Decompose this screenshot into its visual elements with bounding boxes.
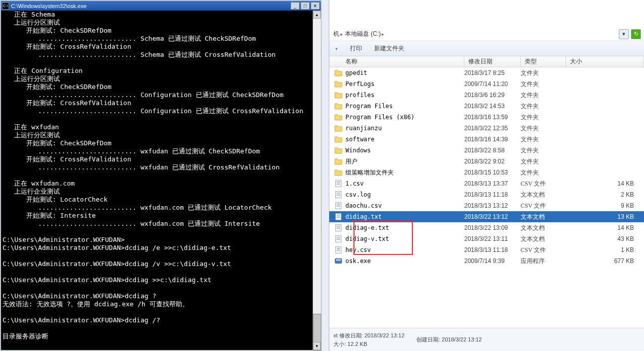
folder-icon	[334, 69, 342, 77]
file-row[interactable]: Program Files2018/3/2 14:53文件夹	[329, 101, 644, 112]
file-row[interactable]: 用户2018/3/22 9:02文件夹	[329, 156, 644, 167]
minimize-button[interactable]: _	[291, 2, 300, 10]
file-name: Program Files	[345, 103, 464, 110]
folder-icon	[334, 135, 342, 143]
status-modified: xt 修改日期: 2018/3/22 13:12	[333, 332, 404, 339]
scroll-up-button[interactable]: ▴	[313, 11, 321, 19]
file-type: 文件夹	[521, 69, 566, 77]
maximize-button[interactable]: □	[301, 2, 310, 10]
file-name: Windows	[345, 147, 464, 154]
folder-icon	[334, 146, 342, 154]
dropdown-icon[interactable]: ▾	[335, 46, 338, 51]
file-row[interactable]: csv.log2018/3/13 11:18文本文档2 KB	[329, 189, 644, 200]
file-type: 应用程序	[521, 257, 566, 266]
file-row[interactable]: gpedit2018/3/17 8:25文件夹	[329, 67, 644, 78]
file-row[interactable]: 组策略增加文件夹2018/3/15 10:53文件夹	[329, 167, 644, 178]
file-name: 组策略增加文件夹	[345, 168, 464, 177]
file-row[interactable]: software2018/3/16 14:39文件夹	[329, 134, 644, 145]
file-type: 文件夹	[521, 157, 566, 166]
file-row[interactable]: PerfLogs2009/7/14 11:20文件夹	[329, 78, 644, 90]
txt-icon	[334, 224, 342, 232]
file-date: 2009/7/14 9:39	[464, 257, 521, 265]
file-size: 1 KB	[566, 246, 644, 253]
file-date: 2018/3/22 13:12	[464, 213, 521, 220]
svg-rect-16	[336, 225, 341, 231]
folder-icon	[334, 113, 342, 121]
file-date: 2018/3/16 14:39	[464, 136, 521, 143]
file-date: 2018/3/22 9:02	[464, 158, 521, 165]
file-type: 文件夹	[521, 124, 566, 133]
breadcrumb-segment[interactable]: 本地磁盘 (C:)▸	[345, 30, 384, 38]
svg-rect-0	[336, 181, 341, 187]
file-row[interactable]: daochu.csv2018/3/13 13:12CSV 文件9 KB	[329, 200, 644, 211]
refresh-button[interactable]: ↻	[631, 29, 641, 39]
file-name: 1.csv	[345, 180, 464, 187]
file-date: 2018/3/22 12:35	[464, 125, 521, 132]
file-name: PerfLogs	[345, 80, 464, 87]
file-size: 43 KB	[566, 235, 644, 242]
file-name: profiles	[345, 92, 464, 99]
svg-rect-24	[336, 247, 341, 253]
file-row[interactable]: didiag.txt2018/3/22 13:12文本文档13 KB	[329, 211, 644, 222]
folder-icon	[334, 168, 342, 177]
column-headers[interactable]: 名称 修改日期 类型 大小	[329, 56, 644, 67]
new-folder-button[interactable]: 新建文件夹	[374, 44, 404, 53]
explorer-window: 机▸ 本地磁盘 (C:)▸ ▾ ↻ ▾ 打印 新建文件夹 名称 修改日期 类型 …	[329, 0, 644, 351]
file-row[interactable]: profiles2018/3/6 16:29文件夹	[329, 90, 644, 101]
file-date: 2018/3/13 11:18	[464, 191, 521, 198]
file-type: 文件夹	[521, 135, 566, 144]
column-name[interactable]: 名称	[329, 56, 464, 67]
txt-icon	[334, 246, 342, 254]
cmd-output[interactable]: 正在 Schema 上运行分区测试 开始测试: CheckSDRefDom ..…	[1, 11, 321, 350]
file-type: 文本文档	[521, 191, 566, 199]
file-size: 677 KB	[566, 257, 644, 265]
file-list[interactable]: gpedit2018/3/17 8:25文件夹PerfLogs2009/7/14…	[329, 67, 644, 286]
file-name: Program Files (x86)	[345, 114, 464, 121]
file-name: hey.csv	[345, 246, 464, 253]
print-button[interactable]: 打印	[350, 44, 362, 53]
column-size[interactable]: 大小	[566, 56, 644, 67]
file-size: 9 KB	[566, 202, 644, 209]
file-name: csv.log	[345, 191, 464, 198]
explorer-toolbar: ▾ 打印 新建文件夹	[329, 41, 644, 56]
column-date[interactable]: 修改日期	[464, 56, 521, 67]
file-type: 文本文档	[521, 235, 566, 243]
file-type: 文件夹	[521, 146, 566, 155]
file-type: 文件夹	[521, 80, 566, 89]
folder-icon	[334, 157, 342, 165]
close-button[interactable]: ✕	[311, 2, 320, 10]
svg-rect-28	[335, 259, 342, 264]
file-row[interactable]: hey.csv2018/3/13 11:18CSV 文件1 KB	[329, 244, 644, 255]
file-name: osk.exe	[345, 257, 464, 265]
file-row[interactable]: osk.exe2009/7/14 9:39应用程序677 KB	[329, 255, 644, 267]
file-name: didiag-e.txt	[345, 224, 464, 231]
file-row[interactable]: Windows2018/3/22 8:58文件夹	[329, 145, 644, 156]
file-date: 2018/3/22 13:09	[464, 224, 521, 231]
svg-rect-12	[336, 214, 341, 220]
breadcrumb-segment[interactable]: 机▸	[333, 30, 343, 38]
status-size: 大小: 12.2 KB	[333, 340, 404, 348]
file-row[interactable]: didiag-e.txt2018/3/22 13:09文本文档14 KB	[329, 222, 644, 233]
file-row[interactable]: ruanjianzu2018/3/22 12:35文件夹	[329, 123, 644, 134]
file-name: didiag.txt	[345, 213, 464, 220]
file-row[interactable]: 1.csv2018/3/13 13:37CSV 文件14 KB	[329, 178, 644, 189]
cmd-icon: C:\	[2, 3, 9, 10]
file-row[interactable]: Program Files (x86)2018/3/16 13:59文件夹	[329, 112, 644, 123]
scroll-down-button[interactable]: ▾	[313, 342, 321, 350]
file-date: 2018/3/2 14:53	[464, 103, 521, 110]
file-date: 2018/3/22 8:58	[464, 147, 521, 154]
column-type[interactable]: 类型	[521, 56, 566, 67]
cmd-titlebar[interactable]: C:\ C:\Windows\system32\osk.exe _ □ ✕	[1, 1, 321, 11]
svg-rect-29	[336, 259, 341, 260]
window-gap	[322, 0, 329, 351]
file-date: 2018/3/13 13:37	[464, 180, 521, 187]
file-name: 用户	[345, 157, 464, 166]
file-row[interactable]: didiag-v.txt2018/3/22 13:11文本文档43 KB	[329, 233, 644, 244]
cmd-scrollbar[interactable]: ▴ ▾	[313, 11, 321, 350]
txt-icon	[334, 202, 342, 210]
breadcrumb-bar[interactable]: 机▸ 本地磁盘 (C:)▸ ▾ ↻	[329, 27, 644, 41]
breadcrumb-dropdown[interactable]: ▾	[619, 29, 629, 39]
file-type: CSV 文件	[521, 246, 566, 254]
file-size: 13 KB	[566, 213, 644, 220]
svg-rect-4	[336, 192, 341, 198]
